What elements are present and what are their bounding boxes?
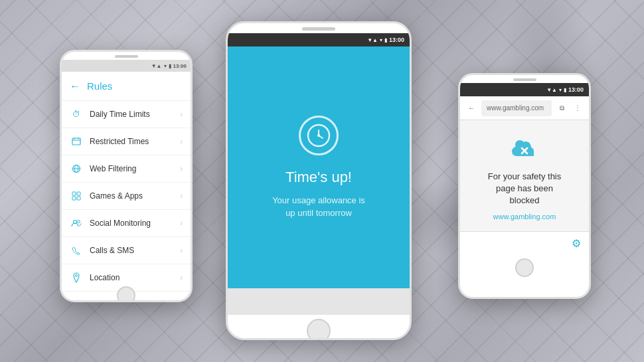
clock-circle bbox=[299, 116, 339, 155]
blocked-line3: blocked bbox=[510, 195, 540, 205]
battery-icon-right: ▮ bbox=[564, 87, 566, 93]
panic-button-icon: SOS bbox=[70, 298, 83, 302]
browser-back-icon[interactable]: ← bbox=[465, 102, 477, 114]
time-center: 13:00 bbox=[389, 37, 404, 43]
blocked-line1: For your safety this bbox=[488, 171, 562, 181]
panic-button-label: Panic Button bbox=[90, 300, 180, 302]
battery-icon-left: ▮ bbox=[169, 63, 171, 69]
social-monitoring-chevron: › bbox=[180, 219, 183, 228]
home-button-center[interactable] bbox=[307, 319, 331, 340]
location-chevron: › bbox=[180, 273, 183, 282]
rules-title: Rules bbox=[87, 80, 112, 92]
times-up-title: Time's up! bbox=[285, 169, 352, 186]
menu-item-games-apps[interactable]: Games & Apps › bbox=[62, 183, 191, 210]
calls-sms-icon bbox=[70, 244, 83, 257]
browser-menu-icon[interactable]: ⋮ bbox=[572, 102, 584, 114]
home-button-right[interactable] bbox=[515, 258, 534, 277]
app-bar-left: ← Rules bbox=[62, 72, 191, 101]
daily-time-label: Daily Time Limits bbox=[90, 110, 180, 119]
right-bottom-bar: ⚙ bbox=[460, 231, 589, 255]
back-arrow-left[interactable]: ← bbox=[70, 80, 80, 92]
svg-rect-9 bbox=[72, 197, 76, 200]
phone-left: ▼▲ ▾ ▮ 13:00 ← Rules ⏱ Daily Time Limits… bbox=[60, 50, 193, 302]
clock-svg bbox=[307, 124, 331, 147]
times-up-subtitle: Your usage allowance is up until tomorro… bbox=[272, 194, 365, 220]
speaker-left bbox=[115, 55, 138, 58]
games-apps-icon bbox=[70, 189, 83, 203]
phone-center: ▼▲ ▾ ▮ 13:00 Time's up! Your usage allow… bbox=[226, 21, 412, 340]
menu-item-web-filtering[interactable]: Web Filtering › bbox=[62, 155, 191, 183]
signal-icon-right: ▼▲ bbox=[546, 87, 557, 93]
blocked-title: For your safety this page has been block… bbox=[488, 171, 562, 207]
rules-menu: ⏱ Daily Time Limits › Restricted Times › bbox=[62, 101, 191, 283]
daily-time-icon: ⏱ bbox=[70, 108, 83, 121]
times-up-screen: Time's up! Your usage allowance is up un… bbox=[228, 46, 410, 288]
daily-time-chevron: › bbox=[180, 110, 183, 119]
subtitle-line1: Your usage allowance is bbox=[272, 195, 365, 205]
calls-sms-label: Calls & SMS bbox=[90, 246, 180, 255]
svg-point-17 bbox=[317, 134, 320, 137]
blocked-cloud-icon bbox=[509, 137, 540, 164]
subtitle-line2: up until tomorrow bbox=[285, 208, 352, 218]
status-bar-right: ▼▲ ▾ ▮ 13:00 bbox=[460, 83, 589, 96]
menu-item-social-monitoring[interactable]: Social Monitoring › bbox=[62, 210, 191, 237]
location-icon bbox=[70, 271, 83, 284]
games-apps-chevron: › bbox=[180, 191, 183, 201]
browser-bar: ← www.gambling.com ⧉ ⋮ bbox=[460, 96, 589, 120]
games-apps-label: Games & Apps bbox=[90, 191, 180, 201]
wifi-icon-center: ▾ bbox=[380, 37, 382, 43]
web-filtering-chevron: › bbox=[180, 164, 183, 173]
battery-icon-center: ▮ bbox=[384, 37, 387, 43]
svg-rect-0 bbox=[72, 138, 80, 145]
calls-sms-chevron: › bbox=[180, 246, 183, 255]
social-monitoring-label: Social Monitoring bbox=[90, 219, 180, 228]
signal-icon-center: ▼▲ bbox=[367, 37, 378, 43]
speaker-right bbox=[513, 78, 536, 81]
svg-point-12 bbox=[78, 221, 80, 223]
settings-gear-icon[interactable]: ⚙ bbox=[572, 237, 581, 250]
blocked-url: www.gambling.com bbox=[493, 213, 556, 221]
signal-icon-left: ▼▲ bbox=[151, 63, 162, 69]
svg-rect-7 bbox=[72, 192, 76, 195]
blocked-screen: For your safety this page has been block… bbox=[460, 120, 589, 231]
location-label: Location bbox=[90, 273, 180, 282]
speaker-center bbox=[302, 27, 335, 31]
blocked-line2: page has been bbox=[496, 183, 553, 193]
restricted-times-icon bbox=[70, 135, 83, 148]
svg-rect-10 bbox=[77, 197, 80, 200]
phones-container: ▼▲ ▾ ▮ 13:00 ← Rules ⏱ Daily Time Limits… bbox=[0, 0, 644, 362]
status-bar-center: ▼▲ ▾ ▮ 13:00 bbox=[228, 33, 410, 46]
restricted-times-label: Restricted Times bbox=[90, 137, 180, 146]
restricted-times-chevron: › bbox=[180, 137, 183, 146]
time-left: 13:00 bbox=[173, 63, 187, 69]
social-monitoring-icon bbox=[70, 217, 83, 230]
wifi-icon-right: ▾ bbox=[559, 87, 562, 93]
wifi-icon-left: ▾ bbox=[164, 63, 167, 69]
svg-rect-8 bbox=[77, 192, 80, 195]
menu-item-calls-sms[interactable]: Calls & SMS › bbox=[62, 237, 191, 264]
menu-item-daily-time[interactable]: ⏱ Daily Time Limits › bbox=[62, 101, 191, 128]
web-filtering-icon bbox=[70, 162, 83, 175]
browser-tabs-icon[interactable]: ⧉ bbox=[556, 102, 568, 114]
web-filtering-label: Web Filtering bbox=[90, 164, 180, 173]
svg-point-13 bbox=[76, 275, 78, 277]
phone-right: ▼▲ ▾ ▮ 13:00 ← www.gambling.com ⧉ ⋮ bbox=[458, 73, 591, 299]
time-right: 13:00 bbox=[568, 86, 584, 93]
panic-button-chevron: › bbox=[180, 300, 183, 302]
url-text: www.gambling.com bbox=[487, 104, 544, 112]
center-bottom-bar bbox=[228, 288, 410, 315]
menu-item-restricted-times[interactable]: Restricted Times › bbox=[62, 128, 191, 155]
status-bar-left: ▼▲ ▾ ▮ 13:00 bbox=[62, 60, 191, 72]
url-bar[interactable]: www.gambling.com bbox=[481, 100, 552, 116]
